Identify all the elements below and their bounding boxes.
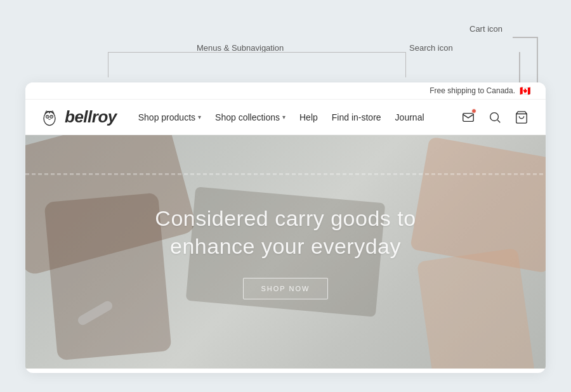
find-in-store-label: Find in-store [332,112,381,122]
hero-title: Considered carry goods to enhance your e… [155,204,416,260]
nav-icons [457,106,533,129]
shop-products-chevron-icon: ▾ [198,114,201,121]
help-label: Help [299,112,318,122]
journal-nav-item[interactable]: Journal [389,108,431,126]
hero-decor-2 [44,193,171,361]
journal-label: Journal [395,112,424,122]
search-button[interactable] [483,106,506,129]
cart-annotation-label: Cart icon [469,24,502,34]
cart-icon [515,110,528,124]
bellroy-owl-logo [38,106,61,129]
menus-annotation-line [108,52,406,77]
cart-button[interactable] [510,106,533,129]
svg-point-6 [490,112,499,121]
shop-collections-nav-item[interactable]: Shop collections ▾ [209,108,292,126]
main-card: Free shipping to Canada. 🇨🇦 bellroy [25,82,546,373]
hero-title-line2: enhance your everyday [170,234,401,258]
navbar: bellroy Shop products ▾ Shop collections… [25,100,546,135]
nav-items: Shop products ▾ Shop collections ▾ Help … [132,108,457,126]
svg-point-3 [47,116,48,117]
logo-link[interactable]: bellroy [38,106,117,129]
search-icon [488,110,502,124]
top-bar: Free shipping to Canada. 🇨🇦 [25,82,546,100]
find-in-store-nav-item[interactable]: Find in-store [325,108,388,126]
hero-zipper-decor [25,173,546,175]
cart-annotation-line-h [513,37,538,38]
logo-text: bellroy [65,107,117,127]
shop-collections-label: Shop collections [215,112,280,122]
cart-annotation-line-v [537,37,538,89]
canada-flag: 🇨🇦 [519,87,530,95]
menus-annotation-label: Menus & Subnavigation [197,43,284,53]
email-button[interactable] [457,106,480,129]
hero-title-line1: Considered carry goods to [155,206,416,230]
hero-content: Considered carry goods to enhance your e… [155,204,416,299]
shop-collections-chevron-icon: ▾ [282,114,286,121]
shop-products-nav-item[interactable]: Shop products ▾ [132,108,207,126]
search-annotation-label: Search icon [409,43,453,53]
shop-now-button[interactable]: SHOP NOW [243,278,329,299]
shipping-text: Free shipping to Canada. [430,86,515,95]
hero-decor-4 [417,248,535,369]
notification-dot [471,108,476,114]
help-nav-item[interactable]: Help [293,108,324,126]
svg-rect-5 [463,113,474,121]
shop-products-label: Shop products [138,112,195,122]
hero-section: Considered carry goods to enhance your e… [25,135,546,369]
svg-point-4 [51,116,51,117]
